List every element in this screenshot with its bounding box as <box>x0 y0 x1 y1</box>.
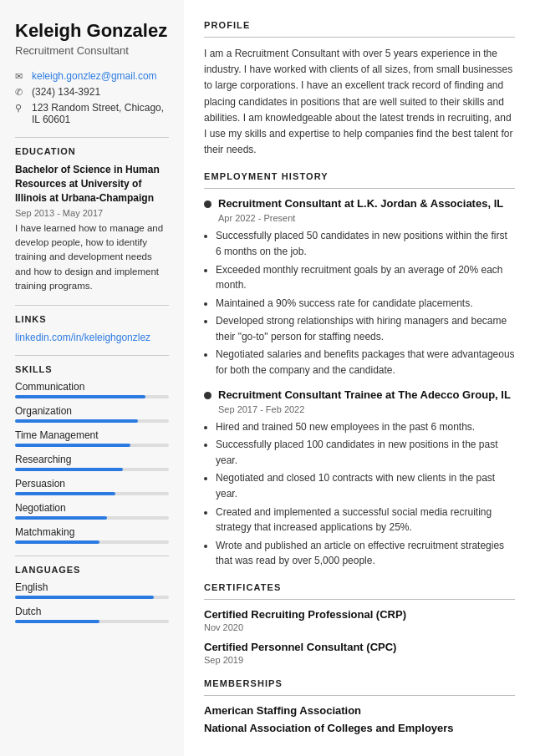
lang-label: Dutch <box>15 606 169 617</box>
cert-entry: Certified Recruiting Professional (CRP) … <box>204 608 515 632</box>
cert-entry: Certified Personnel Consultant (CPC) Sep… <box>204 641 515 665</box>
certificates-section: CERTIFICATES Certified Recruiting Profes… <box>204 582 515 665</box>
skill-item: Researching <box>15 454 169 471</box>
contact-email-row: ✉ keleigh.gonzlez@gmail.com <box>15 70 169 82</box>
profile-divider <box>204 37 515 38</box>
contact-address-row: ⚲ 123 Random Street, Chicago, IL 60601 <box>15 102 169 125</box>
skill-label: Persuasion <box>15 478 169 490</box>
job-bullet: Created and implemented a successful soc… <box>216 505 515 535</box>
skill-bar-fill <box>15 444 130 447</box>
certificates-divider <box>204 599 515 600</box>
divider-links <box>15 305 169 306</box>
skill-bar-fill <box>15 492 115 495</box>
edu-degree: Bachelor of Science in Human Resources a… <box>15 163 169 205</box>
skill-bar-fill <box>15 395 145 398</box>
skill-item: Time Management <box>15 429 169 447</box>
phone-icon: ✆ <box>15 87 27 98</box>
job-title-row: Recruitment Consultant at L.K. Jordan & … <box>204 197 515 211</box>
skill-item: Persuasion <box>15 478 169 495</box>
resume-container: Keleigh Gonzalez Recruitment Consultant … <box>0 0 535 756</box>
job-dot <box>204 392 211 399</box>
skill-bar-bg <box>15 419 169 423</box>
linkedin-link[interactable]: linkedin.com/in/keleighgonzlez <box>15 332 150 343</box>
job-bullets: Successfully placed 50 candidates in new… <box>216 228 515 378</box>
profile-section: PROFILE I am a Recruitment Consultant wi… <box>204 20 515 158</box>
divider-education <box>15 137 169 138</box>
job-bullet: Successfully placed 50 candidates in new… <box>216 228 515 259</box>
job-title: Recruitment Consultant at L.K. Jordan & … <box>218 197 503 210</box>
job-dot <box>204 200 211 208</box>
membership-item: National Association of Colleges and Emp… <box>204 722 515 734</box>
skill-bar-bg <box>15 540 169 544</box>
job-title-row: Recruitment Consultant Trainee at The Ad… <box>204 388 515 403</box>
cert-name: Certified Personnel Consultant (CPC) <box>204 641 515 653</box>
job-bullet: Exceeded monthly recruitment goals by an… <box>216 262 515 293</box>
job-bullet: Negotiated and closed 10 contracts with … <box>216 470 515 501</box>
skill-item: Organization <box>15 405 169 423</box>
lang-bar-fill <box>15 620 99 623</box>
job-bullets: Hired and trained 50 new employees in th… <box>216 419 515 569</box>
employment-section: EMPLOYMENT HISTORY Recruitment Consultan… <box>204 171 515 569</box>
phone-text: (324) 134-3921 <box>32 86 100 98</box>
cert-date: Nov 2020 <box>204 622 515 632</box>
memberships-section: MEMBERSHIPS American Staffing Associatio… <box>204 678 515 734</box>
divider-skills <box>15 355 169 356</box>
lang-bar-bg <box>15 596 169 599</box>
job-bullet: Hired and trained 50 new employees in th… <box>216 419 515 435</box>
skill-item: Communication <box>15 381 169 398</box>
skill-bar-fill <box>15 419 138 423</box>
skill-label: Communication <box>15 381 169 393</box>
profile-title: PROFILE <box>204 20 515 30</box>
languages-list: English Dutch <box>15 581 169 623</box>
skills-list: Communication Organization Time Manageme… <box>15 381 169 544</box>
employment-title: EMPLOYMENT HISTORY <box>204 171 515 181</box>
skill-label: Negotiation <box>15 502 169 514</box>
memberships-divider <box>204 695 515 696</box>
edu-date: Sep 2013 - May 2017 <box>15 208 169 218</box>
job-bullet: Wrote and published an article on effect… <box>216 538 515 569</box>
job-bullet: Successfully placed 100 candidates in ne… <box>216 437 515 468</box>
language-item: English <box>15 581 169 599</box>
education-section-title: EDUCATION <box>15 146 169 156</box>
certs-list: Certified Recruiting Professional (CRP) … <box>204 608 515 665</box>
address-text: 123 Random Street, Chicago, IL 60601 <box>32 102 169 125</box>
skill-label: Organization <box>15 405 169 417</box>
links-section-title: LINKS <box>15 314 169 324</box>
skill-label: Researching <box>15 454 169 465</box>
languages-section-title: LANGUAGES <box>15 565 169 575</box>
skill-bar-fill <box>15 516 107 520</box>
job-date: Apr 2022 - Present <box>218 213 515 223</box>
divider-languages <box>15 556 169 556</box>
job-date: Sep 2017 - Feb 2022 <box>218 404 515 414</box>
candidate-name: Keleigh Gonzalez <box>15 20 169 42</box>
lang-bar-bg <box>15 620 169 623</box>
jobs-list: Recruitment Consultant at L.K. Jordan & … <box>204 197 515 569</box>
job-bullet: Negotiated salaries and benefits package… <box>216 347 515 378</box>
sidebar: Keleigh Gonzalez Recruitment Consultant … <box>0 0 184 756</box>
job-bullet: Developed strong relationships with hiri… <box>216 313 515 344</box>
skills-section-title: SKILLS <box>15 364 169 374</box>
job-entry: Recruitment Consultant Trainee at The Ad… <box>204 388 515 569</box>
certificates-title: CERTIFICATES <box>204 582 515 592</box>
email-icon: ✉ <box>15 71 27 82</box>
job-bullet: Maintained a 90% success rate for candid… <box>216 296 515 312</box>
skill-bar-fill <box>15 468 123 471</box>
skill-bar-bg <box>15 516 169 520</box>
profile-text: I am a Recruitment Consultant with over … <box>204 46 515 158</box>
skill-item: Matchmaking <box>15 526 169 544</box>
lang-bar-fill <box>15 596 154 599</box>
skill-bar-bg <box>15 468 169 471</box>
edu-desc: I have learned how to manage and develop… <box>15 221 169 293</box>
skill-bar-bg <box>15 395 169 398</box>
employment-divider <box>204 188 515 189</box>
skill-label: Time Management <box>15 429 169 441</box>
email-link[interactable]: keleigh.gonzlez@gmail.com <box>32 70 157 82</box>
membership-item: American Staffing Association <box>204 704 515 717</box>
memberships-list: American Staffing AssociationNational As… <box>204 704 515 734</box>
skill-item: Negotiation <box>15 502 169 520</box>
skill-bar-bg <box>15 444 169 447</box>
job-title: Recruitment Consultant Trainee at The Ad… <box>218 388 511 401</box>
skill-label: Matchmaking <box>15 526 169 538</box>
cert-date: Sep 2019 <box>204 655 515 665</box>
skill-bar-fill <box>15 540 99 544</box>
